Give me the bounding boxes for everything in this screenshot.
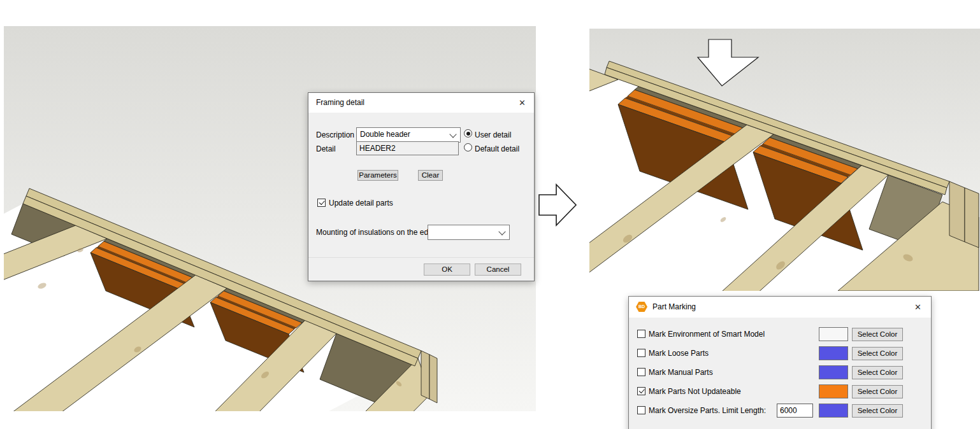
select-color-button[interactable]: Select Color xyxy=(852,385,903,398)
bd-hexagon-icon: BD xyxy=(636,302,647,312)
mounting-combo[interactable] xyxy=(428,225,510,240)
mark-oversize-checkbox[interactable] xyxy=(637,406,645,414)
update-detail-parts-label: Update detail parts xyxy=(329,199,393,207)
canvas: Framing detail ✕ Description Double head… xyxy=(0,0,980,429)
dialog-title: Part Marking xyxy=(652,302,696,311)
description-combo[interactable]: Double header xyxy=(356,127,461,143)
description-value: Double header xyxy=(360,130,410,139)
description-label: Description xyxy=(316,130,354,139)
default-detail-radio[interactable] xyxy=(464,143,472,151)
chevron-down-icon xyxy=(498,228,505,235)
clear-button[interactable]: Clear xyxy=(418,170,443,181)
color-swatch xyxy=(819,404,848,418)
framing-dialog-titlebar[interactable]: Framing detail ✕ xyxy=(308,93,534,113)
mark-environment-label: Mark Environment of Smart Model xyxy=(649,330,765,339)
mounting-label: Mounting of insulations on the edge xyxy=(316,228,436,237)
dialog-title: Framing detail xyxy=(316,98,364,107)
mark-not-updateable-label: Mark Parts Not Updateable xyxy=(649,387,741,396)
part-marking-dialog: BD Part Marking ✕ Mark Environment of Sm… xyxy=(628,296,932,429)
color-swatch xyxy=(819,365,848,379)
mark-loose-label: Mark Loose Parts xyxy=(649,349,709,358)
mark-environment-checkbox[interactable] xyxy=(637,330,645,338)
pointer-down-arrow-icon xyxy=(698,37,759,88)
mark-oversize-label: Mark Oversize Parts. Limit Length: xyxy=(649,406,766,415)
mark-not-updateable-checkbox[interactable] xyxy=(637,387,645,395)
part-marking-titlebar[interactable]: BD Part Marking ✕ xyxy=(629,297,931,318)
select-color-button[interactable]: Select Color xyxy=(852,404,903,418)
update-detail-parts-checkbox[interactable] xyxy=(317,199,326,207)
user-detail-label: User detail xyxy=(475,130,511,139)
mark-loose-checkbox[interactable] xyxy=(637,349,645,357)
color-swatch xyxy=(819,384,848,398)
mark-manual-label: Mark Manual Parts xyxy=(649,368,713,377)
detail-input[interactable] xyxy=(356,141,459,155)
select-color-button[interactable]: Select Color xyxy=(852,328,903,341)
right-3d-viewport[interactable] xyxy=(589,29,980,291)
ok-button[interactable]: OK xyxy=(424,264,470,276)
transition-right-arrow-icon xyxy=(538,182,578,228)
mark-manual-checkbox[interactable] xyxy=(637,368,645,376)
user-detail-radio[interactable] xyxy=(464,129,472,137)
parameters-button[interactable]: Parameters xyxy=(357,170,398,181)
close-icon[interactable]: ✕ xyxy=(912,302,923,313)
select-color-button[interactable]: Select Color xyxy=(852,347,903,360)
limit-length-input[interactable] xyxy=(777,404,813,418)
cancel-button[interactable]: Cancel xyxy=(475,264,521,276)
dialog-footer: OK Cancel xyxy=(308,257,534,281)
select-color-button[interactable]: Select Color xyxy=(852,366,903,379)
chevron-down-icon xyxy=(449,130,456,137)
color-swatch xyxy=(819,327,848,341)
detail-label: Detail xyxy=(316,144,336,153)
color-swatch xyxy=(819,346,848,360)
close-icon[interactable]: ✕ xyxy=(517,97,528,108)
framing-detail-dialog: Framing detail ✕ Description Double head… xyxy=(308,92,535,281)
default-detail-label: Default detail xyxy=(475,144,519,153)
framing-3d-scene-after xyxy=(589,29,980,291)
